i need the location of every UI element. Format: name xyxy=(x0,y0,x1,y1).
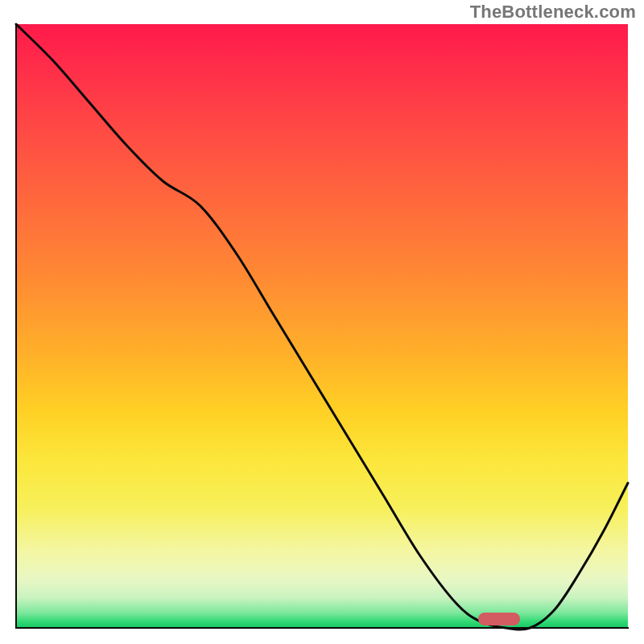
plot-area xyxy=(16,24,628,628)
chart-frame: TheBottleneck.com xyxy=(0,0,644,644)
optimal-point-marker xyxy=(478,613,520,625)
bottleneck-curve xyxy=(16,24,628,628)
watermark-text: TheBottleneck.com xyxy=(470,2,636,23)
curve-path xyxy=(16,24,628,630)
